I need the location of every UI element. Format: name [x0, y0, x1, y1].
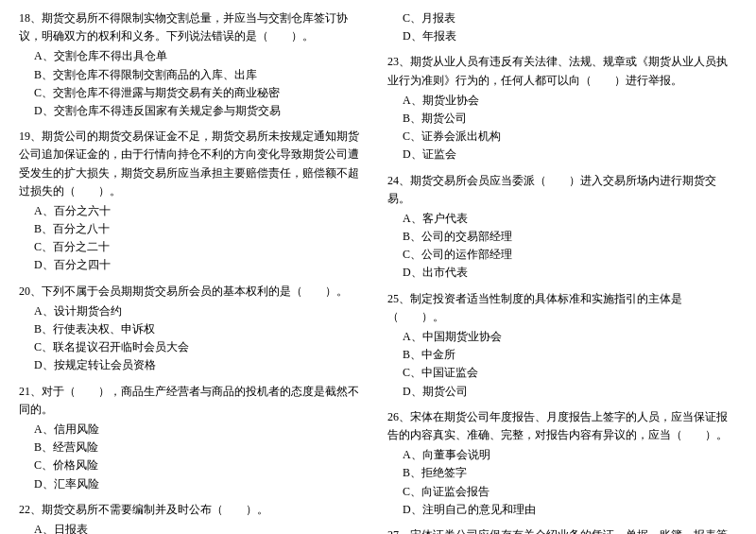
- question-19: 19、期货公司的期货交易保证金不足，期货交易所未按规定通知期货公司追加保证金的，…: [19, 128, 369, 275]
- q24-option-a: A、客户代表: [403, 210, 737, 228]
- q19-option-b: B、百分之八十: [34, 220, 369, 238]
- question-18: 18、期货交易所不得限制实物交割总量，并应当与交割仓库签订协议，明确双方的权利和…: [19, 9, 369, 120]
- q23-option-d: D、证监会: [403, 146, 737, 164]
- question-20: 20、下列不属于会员期期货交易所会员的基本权利的是（ ）。 A、设计期货合约 B…: [19, 283, 369, 375]
- question-24-text: 24、期货交易所会员应当委派（ ）进入交易所场内进行期货交易。: [387, 172, 737, 208]
- q22-option-a: A、日报表: [34, 521, 369, 534]
- q22-option-c: C、月报表: [403, 9, 737, 27]
- q18-option-c: C、交割仓库不得泄露与期货交易有关的商业秘密: [34, 84, 369, 102]
- q21-option-b: B、经营风险: [34, 439, 369, 456]
- q23-option-b: B、期货公司: [403, 110, 737, 128]
- q23-option-c: C、证券会派出机构: [403, 128, 737, 146]
- q26-option-c: C、向证监会报告: [403, 483, 737, 501]
- question-21: 21、对于（ ），商品生产经营者与商品的投机者的态度是截然不同的。 A、信用风险…: [19, 383, 369, 493]
- question-23: 23、期货从业人员有违反有关法律、法规、规章或《期货从业人员执业行为准则》行为的…: [387, 53, 737, 164]
- right-column: C、月报表 D、年报表 23、期货从业人员有违反有关法律、法规、规章或《期货从业…: [387, 9, 737, 534]
- q18-option-d: D、交割仓库不得违反国家有关规定参与期货交易: [34, 102, 369, 120]
- q21-option-d: D、汇率风险: [34, 475, 369, 493]
- q26-option-a: A、向董事会说明: [403, 446, 737, 464]
- question-27-text: 27、宋体证券公司应保存有关介绍业务的凭证、单据、账簿、报表等资料，不少于（ ）…: [387, 526, 737, 534]
- q26-option-d: D、注明自己的意见和理由: [403, 501, 737, 519]
- q18-option-b: B、交割仓库不得限制交割商品的入库、出库: [34, 66, 369, 84]
- q24-option-b: B、公司的交易部经理: [403, 228, 737, 246]
- question-25: 25、制定投资者适当性制度的具体标准和实施指引的主体是（ ）。 A、中国期货业协…: [387, 290, 737, 401]
- q25-option-d: D、期货公司: [403, 383, 737, 401]
- q24-option-c: C、公司的运作部经理: [403, 246, 737, 264]
- left-column: 18、期货交易所不得限制实物交割总量，并应当与交割仓库签订协议，明确双方的权利和…: [19, 9, 369, 534]
- question-27: 27、宋体证券公司应保存有关介绍业务的凭证、单据、账簿、报表等资料，不少于（ ）…: [387, 526, 737, 534]
- q21-option-c: C、价格风险: [34, 456, 369, 474]
- question-22-text: 22、期货交易所不需要编制并及时公布（ ）。: [19, 501, 369, 519]
- q24-option-d: D、出市代表: [403, 264, 737, 282]
- q25-option-b: B、中金所: [403, 346, 737, 364]
- question-26-text: 26、宋体在期货公司年度报告、月度报告上签字的人员，应当保证报告的内容真实、准确…: [387, 408, 737, 444]
- q20-option-b: B、行使表决权、申诉权: [34, 320, 369, 338]
- question-19-text: 19、期货公司的期货交易保证金不足，期货交易所未按规定通知期货公司追加保证金的，…: [19, 128, 369, 200]
- question-22: 22、期货交易所不需要编制并及时公布（ ）。 A、日报表 B、周报表: [19, 501, 369, 534]
- page-content: 18、期货交易所不得限制实物交割总量，并应当与交割仓库签订协议，明确双方的权利和…: [19, 9, 737, 534]
- q18-option-a: A、交割仓库不得出具仓单: [34, 47, 369, 65]
- q20-option-a: A、设计期货合约: [34, 302, 369, 320]
- q22-option-d: D、年报表: [403, 27, 737, 45]
- question-20-text: 20、下列不属于会员期期货交易所会员的基本权利的是（ ）。: [19, 283, 369, 301]
- q19-option-a: A、百分之六十: [34, 202, 369, 220]
- q20-option-c: C、联名提议召开临时会员大会: [34, 338, 369, 356]
- question-24: 24、期货交易所会员应当委派（ ）进入交易所场内进行期货交易。 A、客户代表 B…: [387, 172, 737, 283]
- q19-option-c: C、百分之二十: [34, 238, 369, 256]
- q23-option-a: A、期货业协会: [403, 92, 737, 110]
- q26-option-b: B、拒绝签字: [403, 464, 737, 482]
- q19-option-d: D、百分之四十: [34, 256, 369, 274]
- q21-option-a: A、信用风险: [34, 421, 369, 439]
- question-18-text: 18、期货交易所不得限制实物交割总量，并应当与交割仓库签订协议，明确双方的权利和…: [19, 9, 369, 45]
- question-23-text: 23、期货从业人员有违反有关法律、法规、规章或《期货从业人员执业行为准则》行为的…: [387, 53, 737, 89]
- q20-option-d: D、按规定转让会员资格: [34, 356, 369, 374]
- question-21-text: 21、对于（ ），商品生产经营者与商品的投机者的态度是截然不同的。: [19, 383, 369, 419]
- question-22-continued: C、月报表 D、年报表: [387, 9, 737, 45]
- question-26: 26、宋体在期货公司年度报告、月度报告上签字的人员，应当保证报告的内容真实、准确…: [387, 408, 737, 519]
- question-25-text: 25、制定投资者适当性制度的具体标准和实施指引的主体是（ ）。: [387, 290, 737, 326]
- q25-option-c: C、中国证监会: [403, 364, 737, 382]
- q25-option-a: A、中国期货业协会: [403, 328, 737, 346]
